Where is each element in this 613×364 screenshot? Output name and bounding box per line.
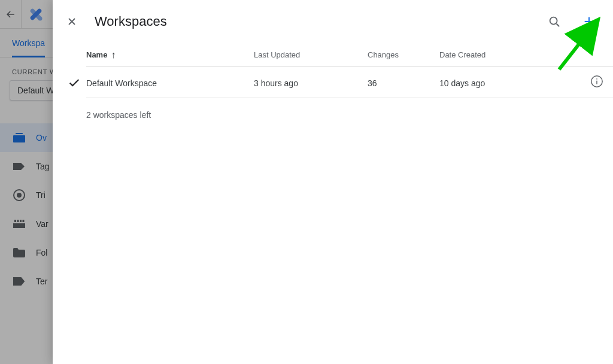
active-check (62, 76, 86, 89)
check-icon (68, 76, 81, 89)
close-button[interactable] (60, 10, 84, 34)
search-button[interactable] (542, 10, 566, 34)
svg-point-5 (550, 17, 557, 25)
plus-icon (582, 15, 596, 28)
row-name: Default Workspace (86, 77, 254, 88)
add-workspace-button[interactable] (577, 10, 601, 34)
search-icon (548, 15, 561, 28)
row-changes: 36 (368, 77, 439, 88)
row-info-button[interactable] (590, 75, 603, 90)
table-header: Name ↑ Last Updated Changes Date Created (86, 43, 613, 67)
col-name-label: Name (86, 50, 107, 59)
modal-title: Workspaces (95, 14, 532, 29)
col-created-header[interactable]: Date Created (439, 50, 535, 59)
table-row[interactable]: Default Workspace 3 hours ago 36 10 days… (86, 67, 613, 98)
row-created: 10 days ago (439, 77, 535, 88)
col-name-header[interactable]: Name ↑ (86, 50, 254, 60)
info-icon (590, 75, 603, 88)
col-changes-header[interactable]: Changes (368, 50, 439, 59)
modal-header: Workspaces (53, 0, 613, 43)
col-updated-header[interactable]: Last Updated (254, 50, 368, 59)
row-updated: 3 hours ago (254, 77, 368, 88)
workspaces-left-note: 2 workspaces left (86, 98, 613, 132)
sort-asc-icon: ↑ (111, 50, 116, 60)
svg-point-8 (596, 78, 597, 80)
close-icon (66, 16, 78, 28)
workspaces-modal: Workspaces Name ↑ Last Updated Changes D… (53, 0, 613, 364)
